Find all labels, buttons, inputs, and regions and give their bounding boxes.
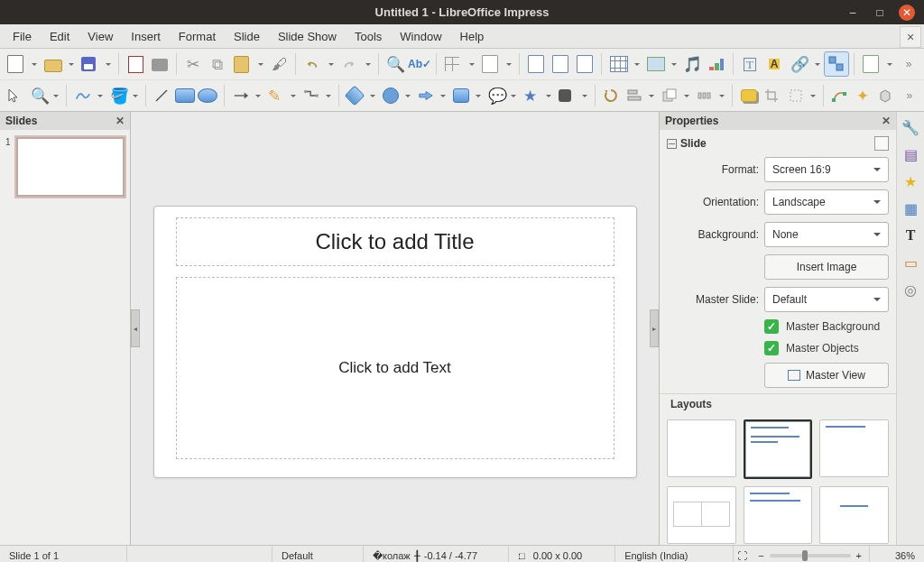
layout-title-2content[interactable] [744,486,813,544]
filter-button[interactable] [784,84,818,107]
title-placeholder[interactable]: Click to add Title [176,217,614,266]
select-tool-button[interactable] [4,84,26,107]
insert-image-button-panel[interactable]: Insert Image [764,254,889,280]
spellcheck-button[interactable]: Ab✓ [408,52,431,76]
layout-centered[interactable] [819,486,889,544]
undo-button[interactable] [300,52,337,76]
menu-view[interactable]: View [79,24,122,48]
export-pdf-button[interactable] [124,52,147,76]
master-view-button[interactable]: Master View [764,363,889,388]
slide-section-header[interactable]: Slide [660,134,896,153]
insert-fontwork-button[interactable]: A [762,52,786,76]
slide-thumbnail-1[interactable]: 1 [5,137,125,197]
curves-polygons-button[interactable]: ✎ [264,84,299,107]
basic-shapes-button[interactable] [344,84,378,107]
toggle-extrusion-button[interactable] [874,84,897,107]
slide-canvas-area[interactable]: ◂ Click to add Title Click to add Text ▸ [131,112,659,545]
background-select[interactable]: None [764,222,889,247]
splitter-handle[interactable]: ▸ [650,309,659,347]
fill-color-button[interactable]: 🪣 [106,84,141,107]
sidebar-properties-tab[interactable]: 🔧 [901,117,920,137]
master-slide-button[interactable] [524,52,548,76]
insert-ellipse-button[interactable] [197,84,219,107]
menu-tools[interactable]: Tools [346,24,391,48]
content-placeholder[interactable]: Click to add Text [176,277,614,459]
save-document-button[interactable] [78,52,114,76]
find-replace-button[interactable]: 🔍 [383,52,407,76]
insert-line-button[interactable] [151,84,173,107]
3d-objects-button[interactable] [555,84,589,107]
display-views-button[interactable] [478,52,514,76]
insert-av-button[interactable]: 🎵 [680,52,704,76]
splitter-handle[interactable]: ◂ [131,309,140,347]
zoom-value[interactable]: 36% [869,546,924,562]
layouts-section-header[interactable]: Layouts [660,393,896,414]
print-button[interactable] [148,52,171,76]
toolbar-overflow-button-2[interactable]: » [899,84,921,107]
menu-slideshow[interactable]: Slide Show [269,24,346,48]
sidebar-gallery-tab[interactable]: ▭ [901,253,920,272]
insert-rectangle-button[interactable] [173,84,196,107]
status-master[interactable]: Default [273,546,364,562]
sidebar-navigator-tab[interactable]: ◎ [901,280,920,299]
zoom-out-button[interactable]: − [758,550,763,561]
connectors-button[interactable] [300,84,334,107]
toggle-point-edit-button[interactable] [828,84,851,107]
redo-button[interactable] [337,52,374,76]
copy-button[interactable]: ⧉ [206,52,229,76]
shadow-button[interactable] [737,84,760,107]
distribute-button[interactable] [693,84,727,107]
window-minimize-button[interactable]: – [845,5,861,21]
new-document-button[interactable] [4,52,40,76]
master-background-checkbox-row[interactable]: ✓ Master Background [660,316,896,337]
left-pane-splitter[interactable]: ◂ [131,112,140,545]
menu-help[interactable]: Help [451,24,494,48]
crop-image-button[interactable] [761,84,783,107]
insert-image-button[interactable] [643,52,679,76]
stars-button[interactable]: ★ [520,84,554,107]
format-select[interactable]: Screen 16:9 [764,157,889,182]
properties-panel-close-button[interactable]: ✕ [882,115,891,127]
sidebar-slide-transition-tab[interactable]: ▤ [901,144,920,164]
lines-arrows-button[interactable] [229,84,263,107]
grid-button[interactable] [441,52,477,76]
status-slide-indicator[interactable]: Slide 1 of 1 [0,546,127,562]
slide-canvas[interactable]: Click to add Title Click to add Text [153,206,637,478]
rotate-button[interactable] [599,84,622,107]
sidebar-animation-tab[interactable]: ★ [901,171,920,191]
sidebar-styles-tab[interactable]: T [901,226,920,245]
symbol-shapes-button[interactable] [379,84,413,107]
clone-formatting-button[interactable]: 🖌 [267,52,291,76]
callouts-button[interactable]: 💬 [485,84,519,107]
paste-button[interactable] [230,52,266,76]
menu-format[interactable]: Format [170,24,225,48]
menu-edit[interactable]: Edit [41,24,79,48]
cut-button[interactable]: ✂ [181,52,205,76]
new-slide-button[interactable] [859,52,895,76]
slide-section-more-button[interactable] [874,136,889,151]
layout-two-content[interactable] [667,486,736,544]
glue-points-button[interactable]: ✦ [851,84,873,107]
start-first-slide-button[interactable] [549,52,572,76]
layout-blank[interactable] [667,419,736,477]
zoom-track[interactable] [770,554,851,557]
document-close-button[interactable]: × [900,26,921,48]
insert-textbox-button[interactable]: T [738,52,762,76]
show-draw-functions-button[interactable] [824,51,849,77]
block-arrows-button[interactable] [414,84,448,107]
layout-title-content[interactable] [744,419,813,479]
align-objects-button[interactable] [623,84,657,107]
insert-table-button[interactable] [606,52,642,76]
toolbar-overflow-button[interactable]: » [897,52,920,76]
window-maximize-button[interactable]: □ [872,5,888,21]
line-color-button[interactable] [71,84,106,107]
flowchart-button[interactable] [449,84,484,107]
window-close-button[interactable]: ✕ [899,5,915,21]
slides-panel-close-button[interactable]: ✕ [116,115,125,127]
sidebar-master-slides-tab[interactable]: ▦ [901,198,920,218]
layout-title-only[interactable] [819,419,889,477]
menu-file[interactable]: File [4,24,41,48]
start-current-slide-button[interactable] [573,52,596,76]
zoom-in-button[interactable]: + [856,550,862,561]
master-objects-checkbox-row[interactable]: ✓ Master Objects [660,337,896,359]
